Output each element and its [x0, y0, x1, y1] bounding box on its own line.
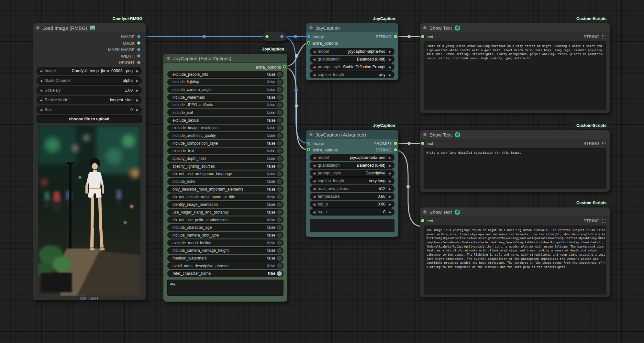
toggle-include_watermark[interactable]: include_watermarkfalse: [167, 94, 283, 101]
toggle-include_lighting[interactable]: include_lightingfalse: [167, 79, 283, 85]
decrement-arrow-icon[interactable]: ◀: [313, 172, 317, 175]
collapse-dot[interactable]: [309, 26, 313, 29]
collapse-dot[interactable]: [423, 133, 427, 136]
joycaption-advanced-widget-quantization[interactable]: ◀quantizationBalanced (8-bit)▶: [310, 162, 394, 169]
increment-arrow-icon[interactable]: ▶: [387, 156, 391, 160]
decrement-arrow-icon[interactable]: ◀: [313, 187, 317, 191]
text-input-port[interactable]: [421, 142, 424, 145]
toggle-do_not_use_ambiguous_language[interactable]: do_not_use_ambiguous_languagefalse: [167, 171, 283, 177]
toggle-identify_image_orientation[interactable]: identify_image_orientationfalse: [167, 201, 283, 208]
collapse-dot[interactable]: [309, 133, 313, 136]
node-header[interactable]: JoyCaption (Advanced): [306, 130, 398, 139]
joycaption-widget-prompt-style[interactable]: ◀prompt_styleStable Diffusion Prompt▶: [310, 63, 394, 71]
toggle-use_vulgar_slang_and_profanity[interactable]: use_vulgar_slang_and_profanityfalse: [167, 209, 283, 216]
increment-arrow-icon[interactable]: ▶: [387, 164, 391, 167]
collapse-dot[interactable]: [167, 57, 170, 60]
toggle-include_nsfw[interactable]: include_nsfwfalse: [167, 178, 283, 185]
character-name-textbox[interactable]: Amy: [167, 280, 283, 296]
decrement-arrow-icon[interactable]: ◀: [313, 203, 317, 206]
upload-button[interactable]: choose file to upload: [37, 115, 142, 123]
show-text-node-2[interactable]: Show TexttextSTRINGWrite a very long det…: [420, 130, 610, 192]
toggle-exclude_text[interactable]: exclude_textfalse: [167, 148, 283, 154]
increment-arrow-icon[interactable]: ▶: [387, 50, 391, 53]
toggle-only_describe_most_important_elements[interactable]: only_describe_most_important_elementsfal…: [167, 186, 283, 193]
toggle-mention_watermark[interactable]: mention_watermarkfalse: [167, 255, 283, 262]
increment-arrow-icon[interactable]: ▶: [387, 187, 391, 191]
joycaption-advanced-widget-caption-length[interactable]: ◀caption_lengthvery long▶: [310, 177, 394, 184]
toggle-include_aesthetic_quality[interactable]: include_aesthetic_qualityfalse: [167, 132, 283, 139]
image-input-port[interactable]: [307, 35, 310, 38]
decrement-arrow-icon[interactable]: ◀: [313, 210, 317, 214]
output-port-mask-image[interactable]: [137, 48, 140, 51]
toggle-do_not_include_artist_name_or_title[interactable]: do_not_include_artist_name_or_titlefalse: [167, 194, 283, 200]
toggle-include_exif[interactable]: include_exiffalse: [167, 109, 283, 116]
grip-icon[interactable]: [602, 35, 605, 39]
toggle-include_character_age[interactable]: include_character_agefalse: [167, 224, 283, 231]
toggle-include_camera_vantage_height[interactable]: include_camera_vantage_heightfalse: [167, 247, 283, 254]
decrement-arrow-icon[interactable]: ◀: [313, 179, 317, 183]
joycaption-advanced-widget-prompt-style[interactable]: ◀prompt_styleDescriptive▶: [310, 170, 394, 177]
joycaption-widget-model[interactable]: ◀modeljoycaption-alpha-two▶: [310, 48, 394, 55]
reroute-output-port[interactable]: [280, 35, 283, 38]
toggle-do_not_use_polite_euphemisms[interactable]: do_not_use_polite_euphemismsfalse: [167, 216, 283, 223]
image-input-port[interactable]: [307, 142, 310, 145]
toggle-specify_depth_field[interactable]: specify_depth_fieldfalse: [167, 155, 283, 162]
load-image-widget-scale-by[interactable]: ◀Scale By1.00▶: [37, 86, 142, 94]
node-header[interactable]: JoyCaption (Extra Options): [163, 54, 287, 63]
decrement-arrow-icon[interactable]: ◀: [40, 98, 44, 102]
show-text-output-textbox[interactable]: Write a very long detailed description f…: [424, 148, 606, 189]
output-port-width[interactable]: [137, 54, 140, 58]
joycaption-widget-quantization[interactable]: ◀quantizationBalanced (8-bit)▶: [310, 56, 394, 63]
output-port-height[interactable]: [137, 61, 140, 64]
grip-icon[interactable]: [602, 219, 605, 223]
show-text-output-textbox[interactable]: The image is a photograph taken at night…: [424, 226, 606, 294]
text-input-port[interactable]: [421, 35, 424, 38]
reroute-node[interactable]: [263, 32, 286, 41]
toggle-exclude_people_info[interactable]: exclude_people_infofalse: [167, 71, 283, 78]
node-header[interactable]: Show Text: [420, 130, 610, 139]
extra-options-input-port[interactable]: [307, 148, 310, 151]
output-port-image[interactable]: [137, 35, 140, 38]
joycaption-advanced-widget-model[interactable]: ◀modeljoycaption-beta-one▶: [310, 154, 394, 161]
prompt-output-port[interactable]: [394, 142, 397, 145]
reroute-input-port[interactable]: [265, 35, 269, 38]
collapse-dot[interactable]: [423, 26, 427, 29]
node-graph-canvas[interactable]: Load Image (RMBG) IMAGEMASKMASK IMAGEWID…: [0, 0, 644, 343]
joycaption-node[interactable]: JoyCaption image extra_options STRING ◀m…: [306, 23, 398, 80]
increment-arrow-icon[interactable]: ▶: [134, 69, 139, 73]
joycaption-advanced-widget-top-p[interactable]: ◀top_p0.90▶: [310, 201, 394, 208]
toggle-exclude_sexual[interactable]: exclude_sexualfalse: [167, 117, 283, 124]
joycaption-advanced-node[interactable]: JoyCaption (Advanced) image extra_option…: [306, 130, 398, 237]
toggle-include_JPEG_artifacts[interactable]: include_JPEG_artifactsfalse: [167, 102, 283, 108]
increment-arrow-icon[interactable]: ▶: [387, 58, 391, 61]
collapse-dot[interactable]: [423, 210, 427, 214]
toggle-include_camera_angle[interactable]: include_camera_anglefalse: [167, 86, 283, 93]
string-output-port[interactable]: [394, 35, 397, 38]
node-header[interactable]: JoyCaption: [306, 23, 398, 32]
output-port-mask[interactable]: [137, 41, 140, 45]
load-image-rmbg-node[interactable]: Load Image (RMBG) IMAGEMASKMASK IMAGEWID…: [33, 23, 146, 300]
decrement-arrow-icon[interactable]: ◀: [40, 69, 44, 73]
increment-arrow-icon[interactable]: ▶: [387, 203, 391, 206]
node-header[interactable]: Show Text: [420, 23, 610, 32]
toggle-exclude_image_resolution[interactable]: exclude_image_resolutionfalse: [167, 125, 283, 131]
toggle-include_composition_style[interactable]: include_composition_stylefalse: [167, 140, 283, 147]
increment-arrow-icon[interactable]: ▶: [387, 179, 391, 183]
increment-arrow-icon[interactable]: ▶: [387, 73, 391, 77]
decrement-arrow-icon[interactable]: ◀: [313, 195, 317, 198]
increment-arrow-icon[interactable]: ▶: [387, 210, 391, 214]
decrement-arrow-icon[interactable]: ◀: [313, 73, 317, 77]
node-header[interactable]: Load Image (RMBG): [33, 23, 146, 32]
decrement-arrow-icon[interactable]: ◀: [313, 156, 317, 160]
increment-arrow-icon[interactable]: ▶: [134, 79, 139, 83]
decrement-arrow-icon[interactable]: ◀: [313, 50, 317, 53]
load-image-widget-resize-mode[interactable]: ◀Resize Modelongest_side▶: [37, 96, 142, 104]
show-text-node-1[interactable]: Show TexttextSTRINGPhoto of a young Asia…: [420, 23, 610, 113]
toggle-include_camera_shot_type[interactable]: include_camera_shot_typefalse: [167, 232, 283, 238]
load-image-widget-image[interactable]: ◀ImageComfyUI_temp_jbrru_00003_.png▶: [37, 67, 142, 75]
increment-arrow-icon[interactable]: ▶: [387, 172, 391, 175]
toggle-exclude_mood_feeling[interactable]: exclude_mood_feelingfalse: [167, 239, 283, 246]
decrement-arrow-icon[interactable]: ◀: [313, 65, 317, 69]
joycaption-advanced-widget-temperature[interactable]: ◀temperature0.60▶: [310, 193, 394, 200]
decrement-arrow-icon[interactable]: ◀: [40, 89, 44, 92]
